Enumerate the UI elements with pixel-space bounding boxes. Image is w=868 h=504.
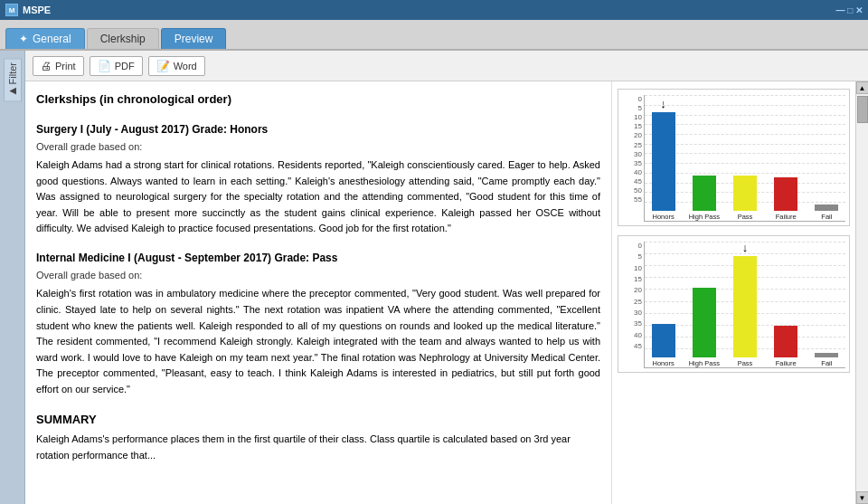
filter-button[interactable]: ▶ Filter	[4, 58, 22, 101]
y-label: 0	[638, 242, 642, 250]
print-icon: 🖨	[41, 60, 52, 72]
text-content[interactable]: Clerkships (in chronological order) Surg…	[25, 81, 611, 504]
main-area: ▶ Filter 🖨 Print 📄 PDF 📝 Word Clerk	[0, 51, 868, 504]
bar-0	[652, 324, 675, 357]
surgery-chart: 5550454035302520151050↓Honors↓High Pass↓…	[618, 89, 850, 226]
y-label: 40	[634, 168, 642, 176]
tab-clerkship[interactable]: Clerkship	[87, 28, 159, 49]
bar-label-1: High Pass	[689, 359, 720, 367]
scroll-up-arrow[interactable]: ▲	[856, 81, 869, 94]
y-label: 35	[634, 319, 642, 328]
bar-label-0: Honors	[653, 359, 675, 367]
app-title: MSPE	[23, 5, 51, 15]
pdf-icon: 📄	[98, 60, 111, 72]
content-area: 🖨 Print 📄 PDF 📝 Word Clerkships (in chro…	[25, 51, 868, 504]
y-label: 30	[634, 309, 642, 317]
scroll-content: Clerkships (in chronological order) Surg…	[25, 81, 868, 504]
bar-0	[652, 112, 675, 211]
filter-sidebar: ▶ Filter	[0, 51, 25, 504]
y-label: 30	[634, 150, 642, 158]
bar-3	[774, 326, 797, 357]
y-label: 35	[634, 159, 642, 167]
clerkship-title-0: Surgery I (July - August 2017) Grade: Ho…	[36, 121, 600, 138]
y-label: 5	[638, 252, 642, 261]
y-label: 20	[634, 286, 642, 294]
bar-group-2: ↓Pass	[726, 241, 763, 367]
section-title: Clerkships (in chronological order)	[36, 90, 600, 109]
right-scrollbar[interactable]: ▲ ▼	[855, 81, 868, 504]
tab-preview[interactable]: Preview	[161, 28, 227, 49]
scroll-thumb[interactable]	[857, 96, 868, 123]
bar-3	[774, 177, 797, 211]
y-label: 10	[634, 264, 642, 272]
bar-1	[693, 176, 716, 211]
bar-label-2: Pass	[738, 213, 753, 221]
y-label: 45	[634, 342, 642, 350]
y-label: 25	[634, 141, 642, 149]
summary-text: Kaleigh Adams's performance places them …	[36, 432, 600, 463]
scroll-down-arrow[interactable]: ▼	[856, 491, 869, 504]
bar-2	[733, 256, 757, 357]
app-logo: M	[5, 4, 18, 16]
bar-group-3: ↓Failure	[768, 241, 805, 367]
y-label: 5	[638, 104, 642, 112]
y-label: 40	[634, 331, 642, 339]
bar-4	[815, 204, 838, 211]
toolbar: 🖨 Print 📄 PDF 📝 Word	[25, 51, 868, 81]
y-label: 15	[634, 122, 642, 130]
print-button[interactable]: 🖨 Print	[33, 56, 84, 76]
bar-group-4: ↓Fail	[808, 94, 845, 221]
arrow-indicator: ↓	[742, 241, 749, 254]
grade-label-0: Overall grade based on:	[36, 139, 600, 155]
tab-general[interactable]: ✦ General	[5, 28, 85, 49]
bar-group-0: ↓Honors	[645, 94, 682, 221]
arrow-indicator: ↓	[660, 97, 666, 110]
clerkship-text-1: Kaleigh's first rotation was in ambulato…	[36, 286, 600, 397]
word-button[interactable]: 📝 Word	[148, 56, 205, 76]
bar-label-0: Honors	[653, 213, 675, 221]
clerkship-title-1: Internal Medicine I (August - September …	[36, 250, 600, 266]
bar-group-4: ↓Fail	[808, 241, 845, 367]
bar-2	[733, 176, 757, 211]
title-bar: M MSPE ― □ ✕	[0, 0, 868, 20]
y-label: 45	[634, 177, 642, 185]
charts-panel: 5550454035302520151050↓Honors↓High Pass↓…	[611, 81, 855, 504]
y-label: 20	[634, 131, 642, 139]
bar-group-2: ↓Pass	[726, 94, 763, 221]
bar-label-3: Failure	[776, 359, 797, 367]
y-label: 25	[634, 298, 642, 306]
internal-med-chart: 454035302520151050↓Honors↓High Pass↓Pass…	[618, 235, 850, 373]
bar-label-4: Fail	[821, 213, 832, 221]
clerkship-text-0: Kaleigh Adams had a strong start for cli…	[36, 157, 600, 237]
general-icon: ✦	[19, 33, 28, 45]
bar-group-0: ↓Honors	[645, 241, 682, 367]
bar-label-1: High Pass	[689, 213, 720, 221]
pdf-button[interactable]: 📄 PDF	[90, 56, 143, 76]
bar-1	[693, 288, 716, 357]
bar-label-3: Failure	[776, 213, 797, 221]
bar-label-2: Pass	[738, 359, 753, 367]
grade-label-1: Overall grade based on:	[36, 268, 600, 283]
y-label: 55	[634, 195, 642, 204]
bar-group-3: ↓Failure	[768, 94, 805, 221]
bar-group-1: ↓High Pass	[685, 241, 722, 367]
y-label: 0	[638, 95, 642, 103]
word-icon: 📝	[156, 60, 170, 72]
summary-title: SUMMARY	[36, 411, 600, 429]
filter-arrow-icon: ▶	[7, 87, 17, 97]
y-label: 50	[634, 186, 642, 195]
y-label: 15	[634, 275, 642, 283]
y-label: 10	[634, 113, 642, 121]
bar-label-4: Fail	[821, 359, 832, 367]
bar-group-1: ↓High Pass	[685, 94, 722, 221]
tab-bar: ✦ General Clerkship Preview	[0, 20, 868, 51]
bar-4	[815, 353, 838, 357]
